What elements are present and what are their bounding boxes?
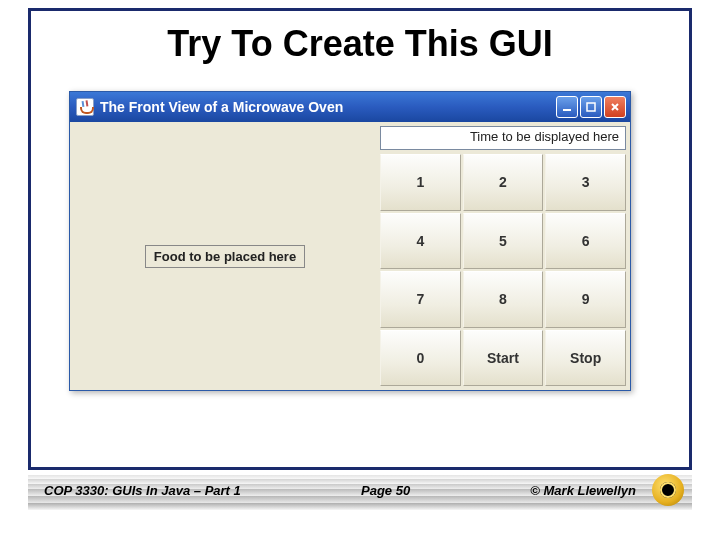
food-panel: Food to be placed here [72,124,378,388]
time-display[interactable]: Time to be displayed here [380,126,626,150]
ucf-logo-icon [652,474,684,506]
footer-page: Page 50 [241,483,531,498]
footer-copyright: © Mark Llewellyn [530,483,636,498]
app-window: The Front View of a Microwave Oven Food … [69,91,631,391]
maximize-button[interactable] [580,96,602,118]
key-1[interactable]: 1 [380,154,461,211]
control-panel: Time to be displayed here 1 2 3 4 5 6 7 … [378,124,628,388]
key-7[interactable]: 7 [380,271,461,328]
java-icon [76,98,94,116]
slide-frame: Try To Create This GUI The Front View of… [28,8,692,470]
window-title: The Front View of a Microwave Oven [100,99,556,115]
slide-footer: COP 3330: GUIs In Java – Part 1 Page 50 … [28,468,692,510]
food-label: Food to be placed here [145,245,305,268]
close-button[interactable] [604,96,626,118]
window-controls [556,96,626,118]
key-6[interactable]: 6 [545,213,626,270]
key-5[interactable]: 5 [463,213,544,270]
footer-course: COP 3330: GUIs In Java – Part 1 [44,483,241,498]
key-start[interactable]: Start [463,330,544,387]
window-client-area: Food to be placed here Time to be displa… [70,122,630,390]
keypad: 1 2 3 4 5 6 7 8 9 0 Start Stop [378,154,628,388]
key-9[interactable]: 9 [545,271,626,328]
key-2[interactable]: 2 [463,154,544,211]
key-stop[interactable]: Stop [545,330,626,387]
slide-title: Try To Create This GUI [31,11,689,73]
key-0[interactable]: 0 [380,330,461,387]
minimize-button[interactable] [556,96,578,118]
titlebar[interactable]: The Front View of a Microwave Oven [70,92,630,122]
svg-rect-1 [587,103,595,111]
key-8[interactable]: 8 [463,271,544,328]
key-4[interactable]: 4 [380,213,461,270]
key-3[interactable]: 3 [545,154,626,211]
svg-rect-0 [563,109,571,111]
